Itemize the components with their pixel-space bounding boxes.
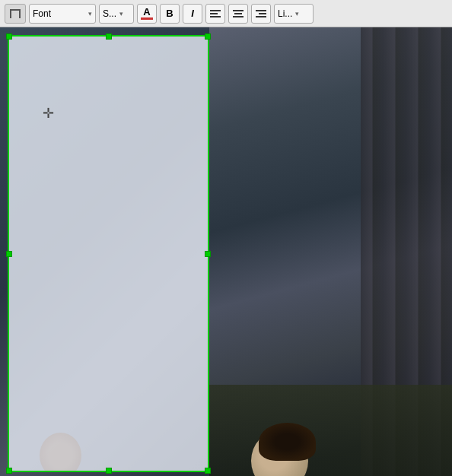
canvas-area: ✛: [0, 27, 452, 476]
svg-rect-9: [233, 16, 244, 17]
size-label: S...: [103, 8, 116, 19]
text-tool-button[interactable]: [5, 4, 26, 24]
handle-top-right[interactable]: [205, 33, 211, 40]
color-indicator: A: [141, 7, 153, 20]
line-height-selector[interactable]: Li... ▾: [274, 4, 314, 24]
font-label: Font: [33, 8, 51, 19]
bold-button[interactable]: B: [160, 4, 180, 24]
handle-top-center[interactable]: [106, 33, 112, 40]
move-cursor-icon: ✛: [43, 105, 54, 122]
svg-rect-11: [259, 13, 266, 14]
svg-rect-5: [210, 13, 218, 14]
svg-rect-1: [10, 9, 11, 18]
font-selector[interactable]: Font ▾: [29, 4, 96, 24]
color-bar: [141, 17, 153, 20]
line-label: Li...: [278, 8, 292, 19]
size-arrow: ▾: [119, 10, 123, 17]
handle-bottom-center[interactable]: [106, 468, 112, 474]
handle-top-left[interactable]: [6, 33, 12, 40]
line-arrow: ▾: [295, 10, 299, 17]
faded-image-overlay: [9, 36, 208, 471]
svg-rect-2: [19, 9, 21, 18]
handle-bottom-left[interactable]: [6, 468, 12, 474]
selected-text-box[interactable]: ✛: [8, 35, 209, 472]
color-letter: A: [143, 7, 150, 17]
svg-rect-3: [14, 9, 17, 10]
align-center-button[interactable]: [228, 4, 248, 24]
boy-head: [251, 430, 308, 476]
handle-middle-right[interactable]: [205, 251, 211, 257]
svg-rect-8: [234, 13, 242, 14]
italic-button[interactable]: I: [183, 4, 202, 24]
svg-rect-6: [210, 16, 221, 17]
photo-right-panel: [209, 27, 452, 476]
girl-head: [40, 433, 81, 471]
handle-middle-left[interactable]: [6, 251, 12, 257]
align-right-button[interactable]: [251, 4, 271, 24]
svg-rect-12: [256, 16, 266, 17]
svg-rect-10: [256, 10, 266, 11]
size-selector[interactable]: S... ▾: [99, 4, 134, 24]
svg-rect-7: [233, 10, 244, 11]
bold-label: B: [166, 8, 173, 19]
handle-bottom-right[interactable]: [205, 468, 211, 474]
svg-rect-4: [210, 10, 221, 11]
color-button[interactable]: A: [137, 4, 157, 24]
toolbar: Font ▾ S... ▾ A B I: [0, 0, 452, 27]
italic-label: I: [191, 8, 194, 19]
font-arrow: ▾: [88, 10, 92, 17]
ground-area: [209, 385, 452, 476]
boy-hair: [259, 423, 316, 461]
align-left-button[interactable]: [205, 4, 225, 24]
